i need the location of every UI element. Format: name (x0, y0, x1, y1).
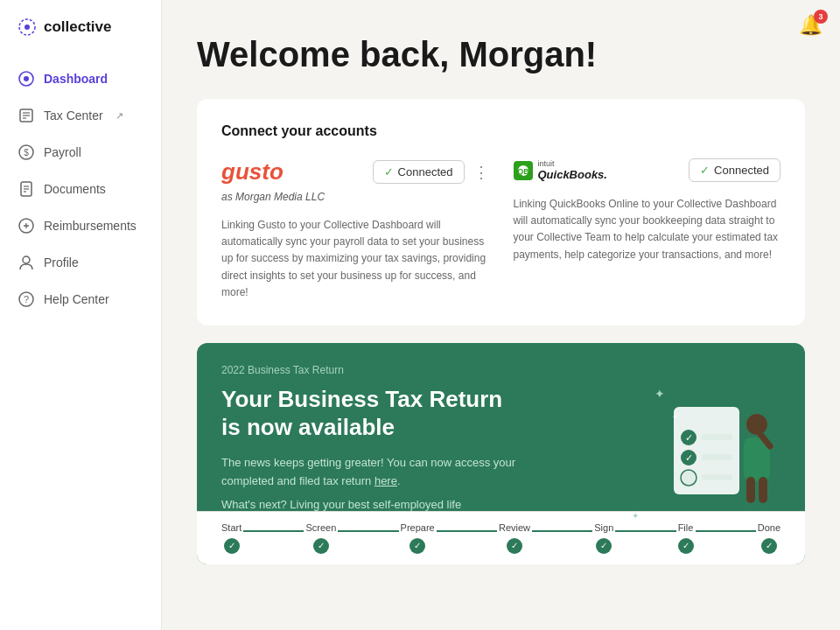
quickbooks-section: QB intuit QuickBooks. ✓ Connected Linkin… (514, 158, 781, 301)
step-prepare-label: Prepare (401, 522, 435, 533)
tax-illustration-svg: ✓ ✓ (656, 389, 779, 529)
step-review-label: Review (499, 522, 530, 533)
notification-count: 3 (814, 10, 828, 24)
progress-line-2 (338, 530, 398, 532)
reimbursements-label: Reimbursements (44, 219, 136, 233)
logo: collective (0, 18, 161, 61)
documents-icon (18, 180, 35, 198)
svg-text:$: $ (24, 148, 29, 158)
dashboard-icon (18, 70, 35, 88)
gusto-connected-label: Connected (398, 165, 453, 178)
svg-text:✓: ✓ (685, 432, 693, 443)
step-done-check: ✓ (761, 538, 777, 554)
connect-accounts-title: Connect your accounts (221, 123, 780, 139)
qb-connected-label: Connected (714, 164, 769, 177)
gusto-more-options[interactable]: ⋮ (473, 163, 489, 182)
progress-step-screen: Screen ✓ (305, 522, 336, 554)
tax-center-label: Tax Center (44, 108, 103, 122)
sidebar-nav: Dashboard Tax Center ↗ $ Payroll (0, 61, 161, 317)
sidebar-item-reimbursements[interactable]: Reimbursements (0, 208, 161, 243)
svg-text:✓: ✓ (685, 452, 693, 463)
profile-label: Profile (44, 256, 79, 270)
qb-intuit-text: intuit (538, 159, 607, 168)
svg-rect-28 (702, 474, 732, 480)
payroll-label: Payroll (44, 145, 81, 159)
gusto-header: gusto ✓ Connected ⋮ (221, 158, 489, 186)
progress-line-5 (615, 530, 676, 532)
gusto-logo: gusto (221, 158, 284, 186)
progress-step-prepare: Prepare ✓ (401, 522, 435, 554)
tax-return-title: Your Business Tax Return is now availabl… (221, 385, 519, 442)
accounts-grid: gusto ✓ Connected ⋮ as Morgan Media LLC … (221, 158, 780, 301)
tax-center-icon (18, 107, 35, 124)
step-review-check: ✓ (507, 538, 522, 554)
qb-logo: QB intuit QuickBooks. (514, 159, 607, 181)
payroll-icon: $ (18, 144, 35, 161)
progress-line-3 (437, 530, 497, 532)
main-content: 🔔 3 Welcome back, Morgan! Connect your a… (162, 0, 840, 630)
help-center-icon: ? (18, 290, 35, 308)
tax-card-inner: 2022 Business Tax Return Your Business T… (197, 343, 805, 511)
svg-point-1 (24, 24, 30, 30)
documents-label: Documents (44, 182, 106, 196)
notification-bell[interactable]: 🔔 3 (799, 14, 822, 37)
svg-text:QB: QB (517, 166, 529, 175)
progress-line-4 (532, 530, 592, 532)
tax-return-desc: The news keeps getting greater! You can … (221, 454, 536, 491)
step-sign-check: ✓ (596, 538, 612, 554)
help-center-label: Help Center (44, 292, 109, 306)
progress-step-review: Review ✓ (499, 522, 530, 554)
tax-return-label: 2022 Business Tax Return (221, 364, 780, 376)
reimbursements-icon (18, 217, 35, 234)
gusto-connected-badge: ✓ Connected (373, 160, 465, 184)
qb-connected-badge: ✓ Connected (689, 158, 780, 182)
logo-text: collective (44, 18, 112, 36)
tax-return-card: 2022 Business Tax Return Your Business T… (197, 343, 805, 564)
svg-text:?: ? (24, 294, 29, 304)
qb-check-icon: ✓ (700, 164, 710, 177)
sidebar: collective Dashboard Tax Center ↗ (0, 0, 162, 630)
progress-step-start: Start ✓ (221, 522, 242, 554)
profile-icon (18, 254, 35, 271)
svg-point-27 (681, 470, 696, 486)
sidebar-item-documents[interactable]: Documents (0, 172, 161, 206)
gusto-check-icon: ✓ (384, 165, 394, 178)
step-file-check: ✓ (678, 538, 694, 554)
svg-point-3 (24, 76, 29, 81)
step-sign-label: Sign (594, 522, 613, 533)
welcome-title: Welcome back, Morgan! (197, 35, 805, 74)
sidebar-item-profile[interactable]: Profile (0, 245, 161, 280)
sidebar-item-dashboard[interactable]: Dashboard (0, 61, 161, 96)
svg-rect-26 (702, 454, 732, 460)
step-prepare-check: ✓ (410, 538, 425, 554)
sidebar-item-payroll[interactable]: $ Payroll (0, 135, 161, 170)
svg-rect-32 (746, 477, 755, 503)
dashboard-label: Dashboard (44, 72, 108, 86)
step-screen-check: ✓ (313, 538, 329, 554)
gusto-description: Linking Gusto to your Collective Dashboa… (221, 217, 489, 301)
step-screen-label: Screen (305, 522, 336, 533)
sidebar-item-tax-center[interactable]: Tax Center ↗ (0, 98, 161, 133)
tax-return-link[interactable]: here (374, 474, 397, 487)
external-link-icon: ↗ (116, 110, 123, 122)
tax-illustration: ✓ ✓ (656, 389, 779, 529)
qb-logo-icon: QB (517, 164, 529, 177)
step-start-check: ✓ (224, 538, 240, 554)
gusto-sub-text: as Morgan Media LLC (221, 191, 489, 203)
progress-line-1 (243, 530, 304, 532)
logo-icon (18, 18, 37, 37)
progress-step-sign: Sign ✓ (594, 522, 613, 554)
header-right: 🔔 3 (799, 14, 822, 37)
connect-accounts-card: Connect your accounts gusto ✓ Connected … (197, 99, 805, 326)
qb-description: Linking QuickBooks Online to your Collec… (514, 196, 781, 263)
qb-logo-text: QuickBooks. (538, 168, 607, 181)
star-deco-3: ✦ (632, 511, 639, 521)
gusto-section: gusto ✓ Connected ⋮ as Morgan Media LLC … (221, 158, 489, 301)
step-start-label: Start (221, 522, 242, 533)
svg-point-15 (23, 256, 30, 263)
sidebar-item-help-center[interactable]: ? Help Center (0, 282, 161, 317)
svg-rect-33 (759, 477, 767, 503)
tax-desc-text1: The news keeps getting greater! You can … (221, 456, 515, 487)
svg-rect-23 (702, 434, 732, 440)
progress-line-6 (696, 530, 756, 532)
